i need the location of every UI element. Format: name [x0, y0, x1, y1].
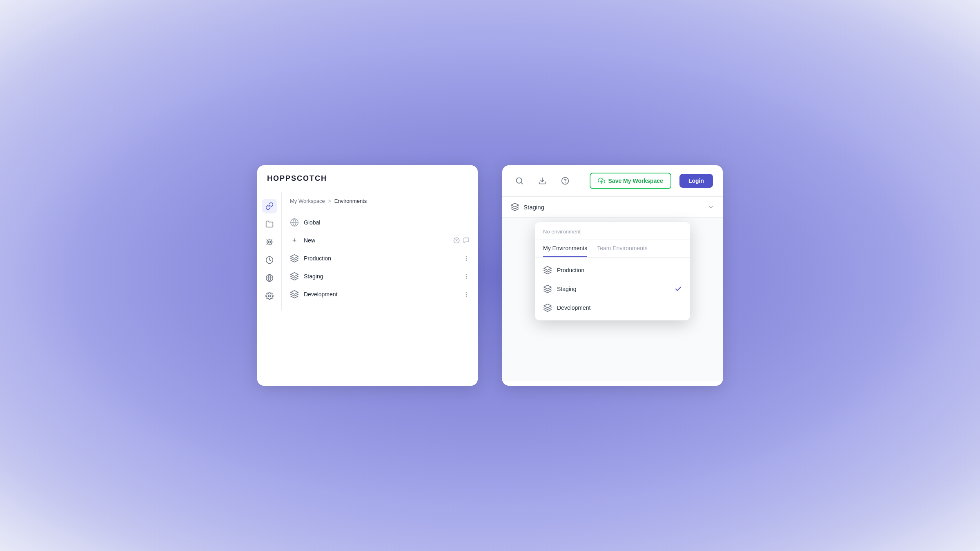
- svg-line-23: [521, 182, 523, 184]
- app-logo: HOPPSCOTCH: [267, 174, 327, 182]
- right-panel-body: Staging No environment My Environments T…: [502, 197, 723, 381]
- more-icon-development[interactable]: [463, 291, 470, 298]
- svg-point-19: [466, 292, 466, 293]
- production-env-name: Production: [304, 255, 463, 262]
- staging-env-actions: [463, 273, 470, 280]
- sidebar-icons: [257, 192, 282, 310]
- layers-icon-development: [290, 290, 299, 299]
- left-panel-body: My Workspace > Environments: [257, 192, 478, 310]
- svg-marker-31: [544, 304, 551, 308]
- tab-team-environments[interactable]: Team Environments: [597, 240, 648, 257]
- layers-icon-staging: [290, 272, 299, 281]
- new-env-label: New: [304, 237, 453, 244]
- global-env-name: Global: [304, 219, 470, 226]
- support-button[interactable]: [558, 173, 572, 188]
- svg-point-15: [466, 274, 466, 275]
- production-env-actions: [463, 255, 470, 262]
- svg-marker-30: [544, 285, 551, 289]
- new-env-item[interactable]: + New: [282, 231, 478, 249]
- env-selector[interactable]: Staging: [502, 197, 723, 218]
- left-panel-header: HOPPSCOTCH: [257, 165, 478, 192]
- more-icon-staging[interactable]: [463, 273, 470, 280]
- sidebar-item-collections[interactable]: [262, 217, 277, 231]
- env-item-development[interactable]: Development: [282, 285, 478, 303]
- chevron-down-icon: [707, 203, 715, 211]
- dropdown-env-development[interactable]: Development: [535, 298, 690, 317]
- dropdown-layers-icon-staging: [543, 284, 552, 293]
- breadcrumb-separator: >: [328, 198, 331, 204]
- globe-env-icon: [290, 218, 299, 227]
- svg-marker-10: [291, 255, 298, 258]
- dropdown-staging-name: Staging: [557, 286, 675, 292]
- dropdown-tabs: My Environments Team Environments: [535, 240, 690, 258]
- more-icon-production[interactable]: [463, 255, 470, 262]
- no-env-label: No environment: [535, 222, 690, 240]
- env-item-global[interactable]: Global: [282, 213, 478, 231]
- svg-marker-14: [291, 273, 298, 276]
- staging-env-name: Staging: [304, 273, 463, 280]
- login-label: Login: [688, 178, 704, 184]
- env-dropdown: No environment My Environments Team Envi…: [535, 222, 690, 320]
- env-selector-layers-icon: [510, 202, 519, 211]
- svg-marker-28: [511, 203, 519, 207]
- download-button[interactable]: [535, 173, 550, 188]
- dropdown-layers-icon-development: [543, 303, 552, 312]
- svg-marker-29: [544, 267, 551, 270]
- dropdown-env-list: Production Staging: [535, 258, 690, 320]
- left-panel: HOPPSCOTCH: [257, 165, 478, 386]
- sidebar-content: My Workspace > Environments: [282, 192, 478, 310]
- env-list: Global + New: [282, 210, 478, 307]
- development-env-actions: [463, 291, 470, 298]
- env-item-production[interactable]: Production: [282, 249, 478, 267]
- svg-point-1: [267, 240, 272, 244]
- right-panel-header: Save My Workspace Login: [502, 165, 723, 197]
- env-selector-label: Staging: [523, 204, 707, 211]
- dropdown-env-staging[interactable]: Staging: [535, 280, 690, 298]
- svg-point-11: [466, 256, 466, 257]
- new-env-actions: [453, 237, 470, 244]
- svg-point-5: [268, 295, 270, 297]
- sidebar-item-globe[interactable]: [262, 271, 277, 285]
- sidebar-item-settings2[interactable]: [262, 235, 277, 249]
- help-icon[interactable]: [453, 237, 460, 244]
- tab-my-environments[interactable]: My Environments: [543, 240, 587, 257]
- sidebar-item-history[interactable]: [262, 253, 277, 267]
- layers-icon-production: [290, 254, 299, 263]
- svg-point-16: [466, 276, 466, 276]
- save-workspace-label: Save My Workspace: [608, 178, 663, 184]
- search-button[interactable]: [512, 173, 527, 188]
- svg-point-21: [466, 296, 466, 296]
- svg-marker-18: [291, 291, 298, 294]
- save-workspace-button[interactable]: Save My Workspace: [590, 173, 671, 189]
- svg-point-13: [466, 260, 466, 260]
- dropdown-production-name: Production: [557, 267, 682, 273]
- svg-point-20: [466, 294, 466, 294]
- svg-point-12: [466, 258, 466, 258]
- panels-container: HOPPSCOTCH: [257, 165, 723, 386]
- dropdown-layers-icon-production: [543, 266, 552, 275]
- check-icon-staging: [675, 285, 682, 293]
- dropdown-env-production[interactable]: Production: [535, 261, 690, 280]
- save-icon[interactable]: [463, 237, 470, 244]
- breadcrumb: My Workspace > Environments: [282, 192, 478, 210]
- development-env-name: Development: [304, 291, 463, 298]
- cloud-upload-icon: [598, 177, 605, 184]
- right-panel: Save My Workspace Login Staging: [502, 165, 723, 386]
- breadcrumb-current: Environments: [334, 198, 367, 204]
- login-button[interactable]: Login: [679, 174, 713, 188]
- sidebar-item-link[interactable]: [262, 199, 277, 213]
- dropdown-development-name: Development: [557, 304, 682, 311]
- sidebar-item-gear[interactable]: [262, 289, 277, 303]
- svg-point-0: [268, 241, 270, 243]
- add-icon: +: [290, 236, 299, 245]
- env-item-staging[interactable]: Staging: [282, 267, 478, 285]
- svg-point-17: [466, 278, 466, 278]
- breadcrumb-workspace[interactable]: My Workspace: [290, 198, 325, 204]
